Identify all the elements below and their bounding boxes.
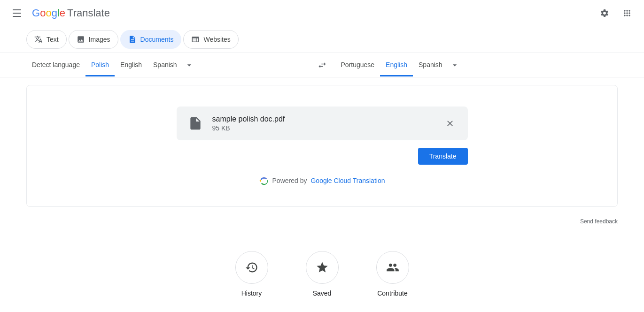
translate-button-row: Translate — [177, 148, 468, 165]
saved-label: Saved — [313, 289, 332, 297]
hamburger-icon — [13, 16, 21, 17]
tab-text[interactable]: Text — [26, 30, 67, 49]
file-remove-button[interactable] — [442, 115, 458, 132]
lang-english-target[interactable]: English — [380, 54, 413, 76]
source-lang-more-button[interactable] — [183, 57, 196, 74]
cloud-translation-link[interactable]: Google Cloud Translation — [310, 177, 385, 184]
source-lang-group: Detect language Polish English Spanish — [26, 54, 309, 76]
file-card: sample polish doc.pdf 95 KB — [177, 107, 468, 140]
chevron-down-icon — [450, 61, 459, 70]
main-area: sample polish doc.pdf 95 KB Translate — [0, 77, 644, 214]
hamburger-icon — [13, 13, 21, 14]
lang-polish[interactable]: Polish — [85, 54, 115, 76]
target-lang-more-button[interactable] — [448, 57, 461, 74]
close-icon — [445, 119, 455, 128]
people-icon — [386, 261, 399, 274]
lang-spanish-source[interactable]: Spanish — [147, 54, 183, 76]
logo[interactable]: Google Translate — [32, 7, 110, 19]
contribute-action[interactable]: Contribute — [376, 251, 409, 297]
menu-button[interactable] — [8, 4, 26, 23]
google-wordmark: Google — [32, 7, 65, 19]
swap-languages-button[interactable] — [313, 56, 332, 75]
tab-documents[interactable]: Documents — [120, 30, 182, 49]
lang-portuguese-target[interactable]: Portuguese — [335, 54, 380, 76]
contribute-label: Contribute — [377, 289, 408, 297]
lang-spanish-target[interactable]: Spanish — [413, 54, 448, 76]
document-file-icon — [188, 116, 203, 131]
file-name: sample polish doc.pdf — [212, 115, 434, 123]
file-size: 95 KB — [212, 124, 434, 132]
image-icon — [77, 35, 85, 44]
bottom-actions: History Saved Contribute — [0, 236, 644, 304]
tab-websites[interactable]: Websites — [183, 30, 238, 49]
translate-wordmark: Translate — [67, 7, 110, 19]
swap-icon — [318, 61, 327, 70]
tab-images[interactable]: Images — [69, 30, 118, 49]
text-icon — [34, 35, 43, 44]
google-cloud-icon — [259, 176, 269, 185]
cloud-translation-badge: Powered by Google Cloud Translation — [259, 176, 385, 185]
language-selector-row: Detect language Polish English Spanish P… — [0, 53, 644, 77]
chevron-down-icon — [185, 61, 194, 70]
header-left: Google Translate — [8, 4, 110, 23]
lang-detect[interactable]: Detect language — [26, 54, 85, 76]
header-right — [595, 4, 636, 23]
gear-icon — [600, 8, 609, 18]
apps-icon — [622, 8, 632, 18]
apps-button[interactable] — [618, 4, 636, 23]
history-label: History — [241, 289, 262, 297]
contribute-circle[interactable] — [376, 251, 409, 284]
history-circle[interactable] — [235, 251, 268, 284]
history-action[interactable]: History — [235, 251, 268, 297]
translation-container: sample polish doc.pdf 95 KB Translate — [26, 85, 618, 207]
send-feedback-button[interactable]: Send feedback — [580, 218, 618, 225]
lang-english-source[interactable]: English — [115, 54, 147, 76]
document-icon — [128, 35, 137, 44]
header: Google Translate — [0, 0, 644, 26]
powered-by-text: Powered by — [272, 177, 307, 184]
file-icon — [186, 114, 205, 133]
mode-tabs: Text Images Documents Websites — [0, 26, 644, 53]
send-feedback-row: Send feedback — [0, 214, 644, 228]
file-info: sample polish doc.pdf 95 KB — [212, 115, 434, 132]
target-lang-group: Portuguese English Spanish — [335, 54, 618, 76]
website-icon — [191, 35, 200, 44]
star-icon — [316, 261, 329, 274]
file-and-button: sample polish doc.pdf 95 KB Translate — [177, 107, 468, 165]
history-icon — [245, 261, 258, 274]
saved-action[interactable]: Saved — [306, 251, 339, 297]
saved-circle[interactable] — [306, 251, 339, 284]
translate-button[interactable]: Translate — [418, 148, 468, 165]
hamburger-icon — [13, 9, 21, 10]
settings-button[interactable] — [595, 4, 614, 23]
